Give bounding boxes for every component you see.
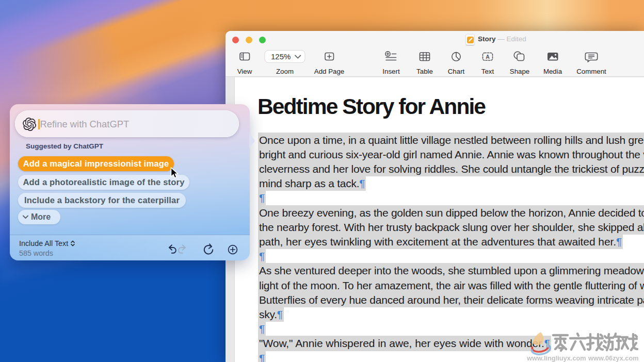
svg-text:Comment: Comment <box>576 68 606 75</box>
svg-text:Media: Media <box>543 68 562 75</box>
svg-text:Table: Table <box>416 68 433 75</box>
svg-text:Chart: Chart <box>448 68 465 75</box>
svg-text:A: A <box>486 54 490 60</box>
svg-text:Add Page: Add Page <box>314 68 344 75</box>
svg-text:View: View <box>237 68 252 75</box>
svg-text:Text: Text <box>481 68 494 75</box>
svg-text:Shape: Shape <box>510 68 529 75</box>
svg-text:www.06zyx.com: www.06zyx.com <box>588 354 639 362</box>
svg-text:125%: 125% <box>271 52 291 61</box>
svg-text:www.lingliuyx.com: www.lingliuyx.com <box>526 354 586 362</box>
svg-text:Zoom: Zoom <box>276 68 294 75</box>
svg-text:Insert: Insert <box>382 68 400 75</box>
